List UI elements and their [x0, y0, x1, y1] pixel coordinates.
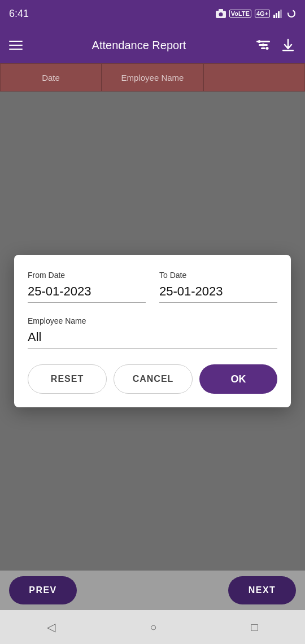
signal-icon: [273, 9, 284, 18]
employee-name-value[interactable]: All: [28, 330, 277, 349]
to-date-field: To Date 25-01-2023: [159, 271, 277, 303]
recents-button[interactable]: □: [251, 621, 258, 634]
dialog-buttons: RESET CANCEL OK: [28, 364, 277, 394]
app-bar: Attendance Report: [0, 27, 305, 63]
home-button[interactable]: ○: [150, 621, 156, 634]
4g-icon: 4G+: [255, 10, 270, 18]
hamburger-menu-button[interactable]: [9, 41, 23, 50]
svg-rect-4: [276, 13, 277, 18]
svg-point-12: [262, 43, 265, 46]
employee-name-label: Employee Name: [28, 316, 277, 325]
modal-overlay: From Date 25-01-2023 To Date 25-01-2023 …: [0, 92, 305, 571]
to-date-value[interactable]: 25-01-2023: [159, 284, 277, 303]
next-button[interactable]: NEXT: [228, 576, 296, 604]
android-nav-bar: ◁ ○ □: [0, 610, 305, 644]
download-icon[interactable]: [280, 37, 296, 53]
svg-point-7: [288, 10, 295, 17]
employee-name-field: Employee Name All: [28, 316, 277, 349]
main-content: From Date 25-01-2023 To Date 25-01-2023 …: [0, 92, 305, 571]
status-time: 6:41: [9, 8, 29, 20]
photo-icon: [216, 9, 226, 18]
from-date-label: From Date: [28, 271, 146, 280]
hamburger-line-2: [9, 45, 23, 46]
hamburger-line-1: [9, 41, 23, 42]
from-date-value[interactable]: 25-01-2023: [28, 284, 146, 303]
reset-button[interactable]: RESET: [28, 364, 107, 394]
back-button[interactable]: ◁: [47, 620, 55, 634]
column-employee-name: Employee Name: [102, 63, 203, 92]
prev-button[interactable]: PREV: [9, 576, 77, 604]
svg-point-1: [219, 12, 223, 16]
svg-rect-14: [282, 50, 294, 51]
to-date-label: To Date: [159, 271, 277, 280]
volte-icon: VoLTE: [229, 10, 251, 18]
svg-rect-2: [219, 9, 223, 11]
status-icons: VoLTE 4G+: [216, 9, 296, 18]
svg-point-11: [258, 40, 261, 43]
filter-icon[interactable]: [255, 37, 271, 53]
svg-rect-6: [280, 10, 282, 18]
cancel-button[interactable]: CANCEL: [114, 364, 193, 394]
hamburger-line-3: [9, 49, 23, 50]
svg-rect-3: [273, 15, 275, 18]
app-bar-actions: [255, 37, 296, 53]
svg-rect-5: [278, 11, 280, 18]
from-date-field: From Date 25-01-2023: [28, 271, 146, 303]
ok-button[interactable]: OK: [199, 364, 277, 394]
page-title: Attendance Report: [32, 39, 246, 52]
status-bar: 6:41 VoLTE 4G+: [0, 0, 305, 27]
loading-icon: [287, 9, 296, 18]
svg-point-13: [266, 47, 269, 50]
filter-dialog: From Date 25-01-2023 To Date 25-01-2023 …: [14, 255, 291, 407]
column-extra: [203, 63, 305, 92]
table-header: Date Employee Name: [0, 63, 305, 92]
svg-rect-10: [261, 47, 265, 49]
column-date: Date: [0, 63, 102, 92]
date-row: From Date 25-01-2023 To Date 25-01-2023: [28, 271, 277, 303]
bottom-nav: PREV NEXT: [0, 571, 305, 610]
